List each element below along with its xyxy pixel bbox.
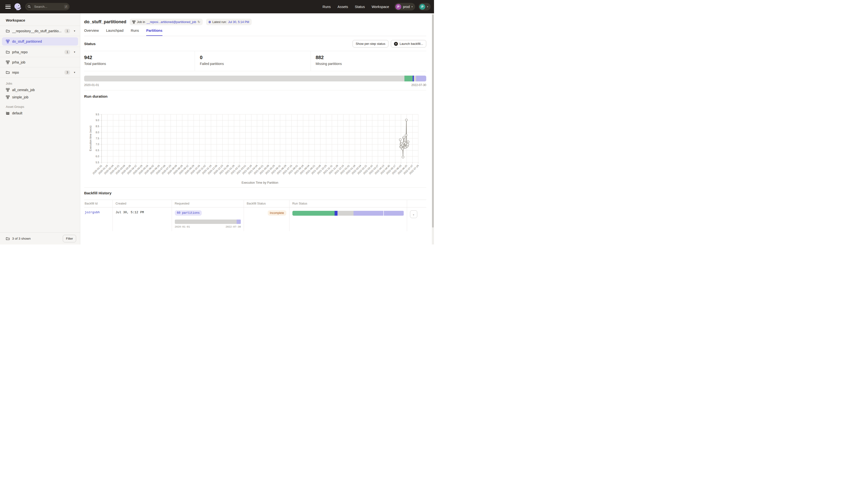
expand-row-button[interactable]: ⌄ <box>410 210 417 218</box>
bar-segment <box>335 211 338 216</box>
job-name: prha_job <box>12 60 76 64</box>
nav-link-status[interactable]: Status <box>355 5 365 9</box>
partition-status-bar[interactable] <box>84 75 426 82</box>
user-avatar: P <box>420 4 425 10</box>
sidebar-item-simple-job[interactable]: simple_job <box>0 94 80 101</box>
data-point-marker <box>402 148 404 150</box>
latest-run-tag: Latest run: Jul 30, 5:14 PM <box>206 19 252 25</box>
bar-segment <box>237 220 241 224</box>
job-icon <box>132 20 135 24</box>
sidebar-item-do-stuff-partitioned[interactable]: do_stuff_partitioned <box>2 37 78 45</box>
run-status-bar[interactable] <box>292 211 404 216</box>
data-point-marker <box>401 144 403 146</box>
deployment-switcher[interactable]: P prod ▾ <box>395 3 415 10</box>
partition-range-end: 2022-07-30 <box>411 84 426 87</box>
stat-value: 942 <box>84 55 195 60</box>
requested-range-end: 2022-07-30 <box>225 225 241 228</box>
sidebar-item-default-group[interactable]: default <box>0 109 80 117</box>
launch-backfill-button[interactable]: + Launch backfill... <box>391 40 426 47</box>
bar-segment <box>84 75 404 82</box>
bar-segment <box>404 75 413 82</box>
bar-segment <box>416 75 426 82</box>
bar-segment <box>292 211 335 216</box>
job-icon <box>6 39 10 43</box>
latest-run-link[interactable]: Jul 30, 5:14 PM <box>228 20 249 24</box>
data-point-marker <box>402 156 404 158</box>
job-origin-link[interactable]: __reposi...artitioned@partitioned_job <box>147 20 196 24</box>
sidebar-repo-row[interactable]: prha_repo 1 ▼ <box>0 47 80 57</box>
chevron-down-icon: ⌄ <box>412 213 414 216</box>
chevron-down-icon: ▾ <box>427 5 428 8</box>
scrollbar-thumb[interactable] <box>432 14 434 228</box>
run-status-dot <box>209 21 211 23</box>
sidebar-repo-row[interactable]: __repository__do_stuff_partitio... 1 ▼ <box>0 26 80 36</box>
y-tick-label: 9.5 <box>96 113 99 116</box>
job-name: all_cereals_job <box>12 88 35 92</box>
run-duration-chart-svg: 5.56.06.57.07.58.08.59.09.52020-01-01202… <box>84 100 426 185</box>
requested-partitions-bar <box>175 220 241 224</box>
tab-runs[interactable]: Runs <box>131 29 139 36</box>
search-shortcut-hint: / <box>64 5 68 9</box>
sidebar-footer: 3 of 3 shown Filter <box>0 232 80 244</box>
stat-label: Missing partitions <box>316 62 426 66</box>
nav-link-assets[interactable]: Assets <box>338 5 348 9</box>
backfill-id-link[interactable]: jozrgsbh <box>85 210 100 214</box>
repo-count-badge: 1 <box>64 50 70 54</box>
asset-groups-section-label: Asset Groups <box>0 101 80 109</box>
folder-icon <box>6 50 10 54</box>
top-navigation: Runs Assets Status Workspace <box>322 5 389 9</box>
show-per-step-status-button[interactable]: Show per-step status <box>352 40 389 47</box>
job-origin-prefix: Job in <box>137 20 145 24</box>
nav-link-runs[interactable]: Runs <box>322 5 331 9</box>
tab-launchpad[interactable]: Launchpad <box>106 29 123 36</box>
bar-segment <box>414 75 416 82</box>
page-title: do_stuff_partitioned <box>84 20 126 25</box>
asset-group-name: default <box>12 111 22 115</box>
folder-icon <box>6 70 10 74</box>
run-duration-heading: Run duration <box>84 94 426 99</box>
sidebar-item-prha-job[interactable]: prha_job <box>0 57 80 67</box>
backfill-created: Jul 30, 5:12 PM <box>116 210 144 214</box>
chevron-down-icon: ▾ <box>411 5 413 8</box>
y-tick-label: 8.5 <box>96 125 99 128</box>
data-point-marker <box>407 143 409 145</box>
partition-range-start: 2020-01-01 <box>84 84 99 87</box>
refresh-icon[interactable]: ↻ <box>197 20 200 24</box>
search-placeholder: Search... <box>34 5 64 8</box>
folder-icon <box>6 29 10 33</box>
deployment-name: prod <box>403 5 410 9</box>
sidebar-title: Workspace <box>0 13 80 26</box>
search-icon <box>26 4 32 10</box>
y-axis-title: Execution time (secs) <box>89 126 92 151</box>
user-menu[interactable]: P ▾ <box>418 3 431 10</box>
latest-run-label: Latest run: <box>212 20 227 24</box>
nav-link-workspace[interactable]: Workspace <box>372 5 389 9</box>
tab-partitions[interactable]: Partitions <box>146 29 162 36</box>
deployment-avatar: P <box>396 4 401 10</box>
stat-missing-partitions: 882 Missing partitions <box>311 51 426 71</box>
col-header-backfill-id: Backfill Id <box>84 200 113 207</box>
bar-segment <box>338 211 354 216</box>
job-name: do_stuff_partitioned <box>12 39 42 43</box>
caret-down-icon[interactable]: ▼ <box>72 51 76 53</box>
filter-button[interactable]: Filter <box>63 235 76 242</box>
stat-total-partitions: 942 Total partitions <box>84 51 195 71</box>
caret-down-icon[interactable]: ▼ <box>72 71 76 74</box>
plus-circle-icon: + <box>394 42 398 46</box>
stat-value: 882 <box>316 55 426 60</box>
search-input[interactable]: Search... / <box>25 3 70 10</box>
status-heading: Status <box>84 42 96 46</box>
y-tick-label: 6.5 <box>96 149 99 152</box>
requested-partitions-badge[interactable]: 60 partitions <box>175 210 202 216</box>
menu-icon[interactable] <box>5 5 11 9</box>
sidebar-item-all-cereals-job[interactable]: all_cereals_job <box>0 86 80 94</box>
stat-label: Failed partitions <box>200 62 310 66</box>
tab-overview[interactable]: Overview <box>84 29 99 36</box>
caret-down-icon[interactable]: ▼ <box>72 30 76 32</box>
repo-name: prha_repo <box>12 50 62 54</box>
sidebar-repo-row[interactable]: repo 3 ▼ <box>0 67 80 77</box>
col-header-backfill-status: Backfill Status <box>244 200 289 207</box>
folder-icon <box>6 237 10 240</box>
vertical-scrollbar[interactable] <box>432 13 434 244</box>
job-origin-tag: Job in __reposi...artitioned@partitioned… <box>130 19 203 25</box>
